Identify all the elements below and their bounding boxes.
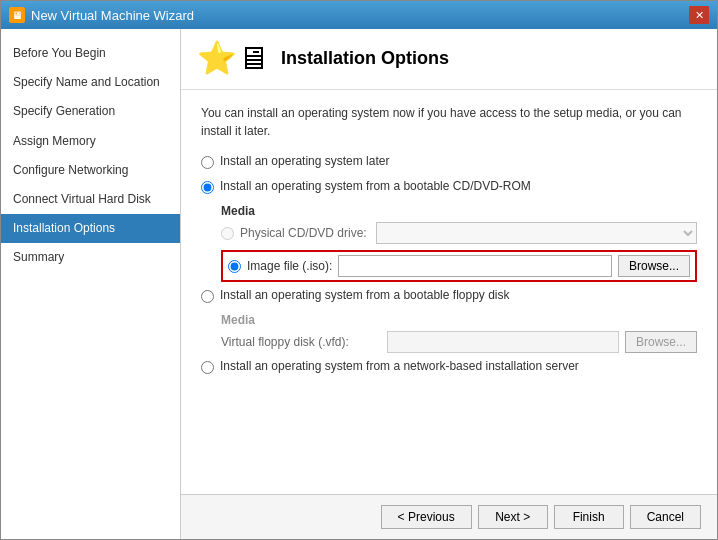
content-area: Before You Begin Specify Name and Locati…: [1, 29, 717, 539]
sidebar-item-connect-vhd[interactable]: Connect Virtual Hard Disk: [1, 185, 180, 214]
next-button[interactable]: Next >: [478, 505, 548, 529]
install-floppy-label: Install an operating system from a boota…: [220, 288, 510, 302]
title-bar: 🖥 New Virtual Machine Wizard ✕: [1, 1, 717, 29]
main-body: You can install an operating system now …: [181, 90, 717, 494]
install-floppy-radio[interactable]: [201, 290, 214, 303]
dvd-media-label: Media: [221, 204, 697, 218]
floppy-vfd-label: Virtual floppy disk (.vfd):: [221, 335, 381, 349]
image-browse-button[interactable]: Browse...: [618, 255, 690, 277]
cancel-button[interactable]: Cancel: [630, 505, 701, 529]
page-title: Installation Options: [281, 48, 449, 69]
sidebar-item-specify-name[interactable]: Specify Name and Location: [1, 68, 180, 97]
footer: < Previous Next > Finish Cancel: [181, 494, 717, 539]
install-later-radio[interactable]: [201, 156, 214, 169]
intro-text: You can install an operating system now …: [201, 104, 697, 140]
option-install-later: Install an operating system later: [201, 154, 697, 169]
floppy-vfd-input[interactable]: [387, 331, 619, 353]
floppy-browse-button[interactable]: Browse...: [625, 331, 697, 353]
image-file-row: Image file (.iso): windows_server_2012_r…: [221, 250, 697, 282]
physical-dvd-label: Physical CD/DVD drive:: [240, 226, 370, 240]
option-install-network: Install an operating system from a netwo…: [201, 359, 697, 374]
floppy-media-label: Media: [221, 313, 697, 327]
install-network-label: Install an operating system from a netwo…: [220, 359, 579, 373]
install-dvd-label: Install an operating system from a boota…: [220, 179, 531, 193]
floppy-media-section: Media Virtual floppy disk (.vfd): Browse…: [221, 313, 697, 353]
install-dvd-radio[interactable]: [201, 181, 214, 194]
install-network-radio[interactable]: [201, 361, 214, 374]
sidebar-item-installation-options[interactable]: Installation Options: [1, 214, 180, 243]
window-title: New Virtual Machine Wizard: [31, 8, 194, 23]
header-icon: ⭐🖥: [197, 39, 269, 77]
close-button[interactable]: ✕: [689, 6, 709, 24]
image-file-radio[interactable]: [228, 260, 241, 273]
image-file-input[interactable]: windows_server_2012_r2_x64_dvd_2707946.i…: [338, 255, 612, 277]
sidebar-item-summary[interactable]: Summary: [1, 243, 180, 272]
image-file-label: Image file (.iso):: [247, 259, 332, 273]
main-area: ⭐🖥 Installation Options You can install …: [181, 29, 717, 539]
previous-button[interactable]: < Previous: [381, 505, 472, 529]
sidebar-item-before-you-begin[interactable]: Before You Begin: [1, 39, 180, 68]
option-install-floppy: Install an operating system from a boota…: [201, 288, 697, 303]
dvd-media-section: Media Physical CD/DVD drive: Image file …: [221, 204, 697, 282]
sidebar: Before You Begin Specify Name and Locati…: [1, 29, 181, 539]
floppy-vfd-row: Virtual floppy disk (.vfd): Browse...: [221, 331, 697, 353]
physical-dvd-dropdown[interactable]: [376, 222, 697, 244]
finish-button[interactable]: Finish: [554, 505, 624, 529]
app-icon: 🖥: [9, 7, 25, 23]
wizard-window: 🖥 New Virtual Machine Wizard ✕ Before Yo…: [0, 0, 718, 540]
sidebar-item-configure-networking[interactable]: Configure Networking: [1, 156, 180, 185]
option-install-dvd: Install an operating system from a boota…: [201, 179, 697, 194]
sidebar-item-specify-generation[interactable]: Specify Generation: [1, 97, 180, 126]
physical-dvd-row: Physical CD/DVD drive:: [221, 222, 697, 244]
title-bar-left: 🖥 New Virtual Machine Wizard: [9, 7, 194, 23]
sidebar-item-assign-memory[interactable]: Assign Memory: [1, 127, 180, 156]
install-later-label: Install an operating system later: [220, 154, 389, 168]
main-header: ⭐🖥 Installation Options: [181, 29, 717, 90]
physical-dvd-radio[interactable]: [221, 227, 234, 240]
